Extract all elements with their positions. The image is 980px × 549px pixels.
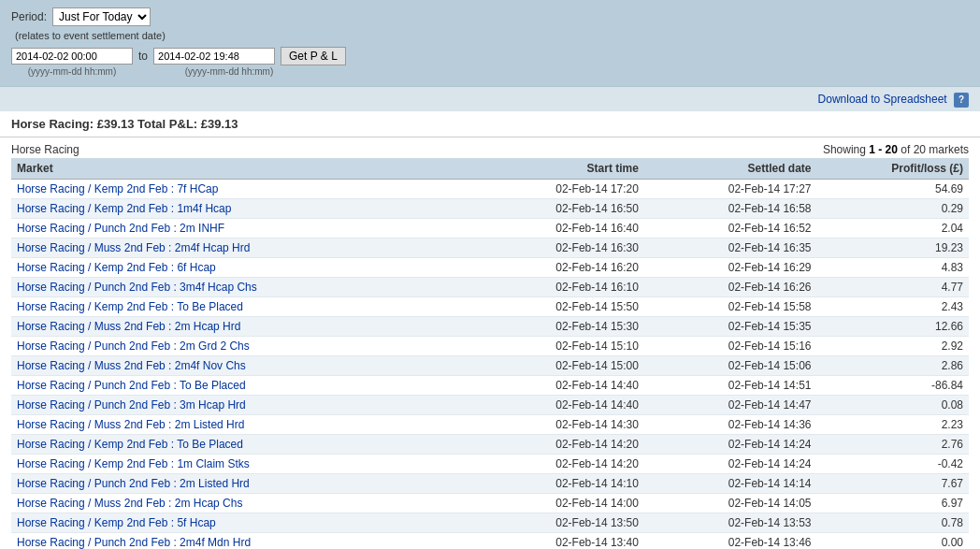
get-pl-button[interactable]: Get P & L bbox=[281, 47, 346, 65]
settled-date-cell: 02-Feb-14 16:35 bbox=[644, 238, 817, 258]
start-time-cell: 02-Feb-14 16:20 bbox=[471, 258, 644, 278]
table-row: Horse Racing / Muss 2nd Feb : 2m4f Hcap … bbox=[11, 238, 969, 258]
market-link[interactable]: Horse Racing / Kemp 2nd Feb : To Be Plac… bbox=[17, 438, 243, 451]
date-to-input[interactable] bbox=[153, 48, 275, 65]
pl-cell: -0.42 bbox=[816, 455, 969, 474]
market-link[interactable]: Horse Racing / Kemp 2nd Feb : To Be Plac… bbox=[17, 300, 243, 313]
pl-cell: 0.29 bbox=[816, 199, 969, 219]
market-link[interactable]: Horse Racing / Muss 2nd Feb : 2m Listed … bbox=[17, 418, 244, 431]
pl-cell: -86.84 bbox=[816, 376, 969, 396]
date-to-hint: (yyyy-mm-dd hh:mm) bbox=[168, 66, 290, 77]
help-button[interactable]: ? bbox=[954, 93, 969, 108]
pl-cell: 0.78 bbox=[816, 513, 969, 533]
table-row: Horse Racing / Muss 2nd Feb : 2m4f Nov C… bbox=[11, 356, 969, 376]
pl-cell: 2.76 bbox=[816, 435, 969, 455]
settled-date-cell: 02-Feb-14 16:26 bbox=[644, 278, 817, 297]
date-from-input[interactable] bbox=[11, 48, 133, 65]
pl-cell: 4.77 bbox=[816, 278, 969, 297]
market-link[interactable]: Horse Racing / Punch 2nd Feb : 2m4f Mdn … bbox=[17, 536, 251, 549]
pl-cell: 0.08 bbox=[816, 396, 969, 415]
table-row: Horse Racing / Kemp 2nd Feb : 7f HCap02-… bbox=[11, 180, 969, 199]
table-row: Horse Racing / Punch 2nd Feb : 2m Listed… bbox=[11, 474, 969, 494]
settled-date-cell: 02-Feb-14 14:05 bbox=[644, 494, 817, 513]
market-link[interactable]: Horse Racing / Muss 2nd Feb : 2m Hcap Hr… bbox=[17, 320, 240, 333]
market-link[interactable]: Horse Racing / Kemp 2nd Feb : 6f Hcap bbox=[17, 261, 216, 274]
settled-date-cell: 02-Feb-14 13:53 bbox=[644, 513, 817, 533]
settled-date-cell: 02-Feb-14 14:24 bbox=[644, 455, 817, 474]
settled-date-cell: 02-Feb-14 15:58 bbox=[644, 297, 817, 317]
table-row: Horse Racing / Kemp 2nd Feb : 5f Hcap02-… bbox=[11, 513, 969, 533]
market-section-label: Horse Racing bbox=[11, 143, 79, 156]
start-time-cell: 02-Feb-14 17:20 bbox=[471, 180, 644, 199]
summary-text: Horse Racing: £39.13 Total P&L: £39.13 bbox=[11, 117, 238, 131]
start-time-cell: 02-Feb-14 15:10 bbox=[471, 337, 644, 356]
table-row: Horse Racing / Punch 2nd Feb : 2m INHF02… bbox=[11, 219, 969, 238]
pl-cell: 2.92 bbox=[816, 337, 969, 356]
start-time-cell: 02-Feb-14 14:00 bbox=[471, 494, 644, 513]
download-spreadsheet-link[interactable]: Download to Spreadsheet bbox=[818, 93, 947, 106]
start-time-cell: 02-Feb-14 15:00 bbox=[471, 356, 644, 376]
table-row: Horse Racing / Kemp 2nd Feb : 1m Claim S… bbox=[11, 455, 969, 474]
start-time-cell: 02-Feb-14 15:50 bbox=[471, 297, 644, 317]
table-row: Horse Racing / Muss 2nd Feb : 2m Hcap Ch… bbox=[11, 494, 969, 513]
table-row: Horse Racing / Kemp 2nd Feb : To Be Plac… bbox=[11, 435, 969, 455]
settled-date-cell: 02-Feb-14 15:35 bbox=[644, 317, 817, 337]
market-link[interactable]: Horse Racing / Punch 2nd Feb : 3m Hcap H… bbox=[17, 398, 246, 412]
settled-date-cell: 02-Feb-14 14:14 bbox=[644, 474, 817, 494]
pl-cell: 54.69 bbox=[816, 180, 969, 199]
pl-cell: 2.04 bbox=[816, 219, 969, 238]
table-row: Horse Racing / Muss 2nd Feb : 2m Hcap Hr… bbox=[11, 317, 969, 337]
pl-cell: 2.23 bbox=[816, 415, 969, 435]
market-link[interactable]: Horse Racing / Punch 2nd Feb : To Be Pla… bbox=[17, 379, 246, 392]
col-profit-loss: Profit/loss (£) bbox=[816, 158, 969, 180]
settled-date-cell: 02-Feb-14 16:58 bbox=[644, 199, 817, 219]
market-link[interactable]: Horse Racing / Kemp 2nd Feb : 1m Claim S… bbox=[17, 457, 250, 470]
pl-cell: 0.00 bbox=[816, 533, 969, 550]
settled-date-cell: 02-Feb-14 15:06 bbox=[644, 356, 817, 376]
showing-text: Showing 1 - 20 of 20 markets bbox=[823, 143, 969, 156]
settled-date-cell: 02-Feb-14 15:16 bbox=[644, 337, 817, 356]
pl-cell: 7.67 bbox=[816, 474, 969, 494]
table-row: Horse Racing / Kemp 2nd Feb : To Be Plac… bbox=[11, 297, 969, 317]
market-link[interactable]: Horse Racing / Kemp 2nd Feb : 5f Hcap bbox=[17, 516, 216, 529]
settled-date-cell: 02-Feb-14 17:27 bbox=[644, 180, 817, 199]
start-time-cell: 02-Feb-14 14:40 bbox=[471, 376, 644, 396]
start-time-cell: 02-Feb-14 13:50 bbox=[471, 513, 644, 533]
market-link[interactable]: Horse Racing / Kemp 2nd Feb : 7f HCap bbox=[17, 182, 218, 195]
period-select[interactable]: Just For Today Yesterday Last 7 Days Las… bbox=[52, 7, 151, 26]
start-time-cell: 02-Feb-14 14:10 bbox=[471, 474, 644, 494]
period-label: Period: bbox=[11, 10, 47, 23]
to-label: to bbox=[138, 50, 148, 63]
settled-date-cell: 02-Feb-14 14:51 bbox=[644, 376, 817, 396]
start-time-cell: 02-Feb-14 13:40 bbox=[471, 533, 644, 550]
start-time-cell: 02-Feb-14 14:40 bbox=[471, 396, 644, 415]
table-row: Horse Racing / Punch 2nd Feb : 2m Grd 2 … bbox=[11, 337, 969, 356]
settled-date-cell: 02-Feb-14 14:36 bbox=[644, 415, 817, 435]
col-settled-date: Settled date bbox=[644, 158, 817, 180]
market-link[interactable]: Horse Racing / Muss 2nd Feb : 2m Hcap Ch… bbox=[17, 497, 242, 510]
market-link[interactable]: Horse Racing / Punch 2nd Feb : 2m INHF bbox=[17, 222, 224, 235]
start-time-cell: 02-Feb-14 16:40 bbox=[471, 219, 644, 238]
pl-cell: 6.97 bbox=[816, 494, 969, 513]
start-time-cell: 02-Feb-14 14:20 bbox=[471, 455, 644, 474]
table-row: Horse Racing / Punch 2nd Feb : 3m Hcap H… bbox=[11, 396, 969, 415]
market-link[interactable]: Horse Racing / Punch 2nd Feb : 2m Listed… bbox=[17, 477, 250, 490]
market-link[interactable]: Horse Racing / Punch 2nd Feb : 3m4f Hcap… bbox=[17, 281, 257, 294]
market-link[interactable]: Horse Racing / Muss 2nd Feb : 2m4f Hcap … bbox=[17, 241, 250, 254]
col-start-time: Start time bbox=[471, 158, 644, 180]
markets-table: Market Start time Settled date Profit/lo… bbox=[11, 158, 969, 549]
table-row: Horse Racing / Kemp 2nd Feb : 1m4f Hcap0… bbox=[11, 199, 969, 219]
date-from-hint: (yyyy-mm-dd hh:mm) bbox=[11, 66, 133, 77]
market-link[interactable]: Horse Racing / Kemp 2nd Feb : 1m4f Hcap bbox=[17, 202, 231, 215]
market-link[interactable]: Horse Racing / Punch 2nd Feb : 2m Grd 2 … bbox=[17, 340, 250, 353]
market-link[interactable]: Horse Racing / Muss 2nd Feb : 2m4f Nov C… bbox=[17, 359, 246, 372]
table-row: Horse Racing / Punch 2nd Feb : 2m4f Mdn … bbox=[11, 533, 969, 550]
table-row: Horse Racing / Kemp 2nd Feb : 6f Hcap02-… bbox=[11, 258, 969, 278]
pl-cell: 4.83 bbox=[816, 258, 969, 278]
settled-date-cell: 02-Feb-14 14:24 bbox=[644, 435, 817, 455]
relates-text: (relates to event settlement date) bbox=[15, 30, 969, 41]
settled-date-cell: 02-Feb-14 16:52 bbox=[644, 219, 817, 238]
start-time-cell: 02-Feb-14 16:50 bbox=[471, 199, 644, 219]
start-time-cell: 02-Feb-14 15:30 bbox=[471, 317, 644, 337]
table-row: Horse Racing / Punch 2nd Feb : To Be Pla… bbox=[11, 376, 969, 396]
